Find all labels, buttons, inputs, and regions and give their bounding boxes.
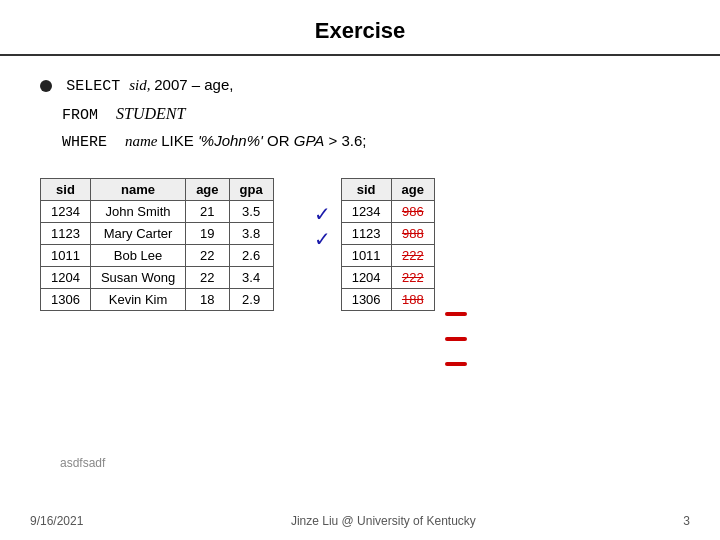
footer-page: 3 bbox=[683, 514, 690, 528]
col-name: name bbox=[90, 178, 185, 200]
checkmarks: ✓ ✓ bbox=[314, 202, 331, 327]
watermark: asdfsadf bbox=[60, 456, 105, 470]
src-sid: 1306 bbox=[41, 288, 91, 310]
check-row-3 bbox=[314, 252, 331, 277]
table-row: 1234 John Smith 21 3.5 bbox=[41, 200, 274, 222]
src-name: John Smith bbox=[90, 200, 185, 222]
table-row: 1234 986 bbox=[341, 200, 434, 222]
src-gpa: 2.9 bbox=[229, 288, 273, 310]
table-row: 1204 Susan Wong 22 3.4 bbox=[41, 266, 274, 288]
src-age: 22 bbox=[186, 244, 229, 266]
col-gpa: gpa bbox=[229, 178, 273, 200]
col-age: age bbox=[186, 178, 229, 200]
check-row-2: ✓ bbox=[314, 227, 331, 252]
table-row: 1123 Mary Carter 19 3.8 bbox=[41, 222, 274, 244]
result-section: ✓ ✓ sid age 1234 bbox=[314, 178, 467, 377]
src-age: 22 bbox=[186, 266, 229, 288]
res-col-sid: sid bbox=[341, 178, 391, 200]
col-sid: sid bbox=[41, 178, 91, 200]
dash-marks bbox=[445, 252, 467, 377]
table-row: 1123 988 bbox=[341, 222, 434, 244]
src-age: 21 bbox=[186, 200, 229, 222]
sql-where-like: LIKE '%John%' OR GPA > 3.6; bbox=[161, 132, 366, 149]
check-row-4 bbox=[314, 277, 331, 302]
res-sid: 1204 bbox=[341, 266, 391, 288]
result-table-wrap: sid age 1234 986 1123 bbox=[341, 178, 435, 311]
src-sid: 1234 bbox=[41, 200, 91, 222]
check-row-1: ✓ bbox=[314, 202, 331, 227]
src-gpa: 3.5 bbox=[229, 200, 273, 222]
sql-where-name: name bbox=[125, 133, 161, 149]
sql-line1-keyword: SELECT bbox=[66, 78, 129, 95]
footer-date: 9/16/2021 bbox=[30, 514, 83, 528]
tables-section: sid name age gpa 1234 John Smith 21 3.5 … bbox=[40, 178, 680, 377]
src-sid: 1123 bbox=[41, 222, 91, 244]
src-gpa: 3.8 bbox=[229, 222, 273, 244]
table-row: 1306 188 bbox=[341, 288, 434, 310]
dash-row-3 bbox=[445, 302, 467, 327]
sql-from-table: STUDENT bbox=[116, 105, 185, 122]
dash-row-4 bbox=[445, 327, 467, 352]
footer: 9/16/2021 Jinze Liu @ University of Kent… bbox=[0, 514, 720, 528]
page-title: Exercise bbox=[0, 0, 720, 56]
src-name: Mary Carter bbox=[90, 222, 185, 244]
src-gpa: 2.6 bbox=[229, 244, 273, 266]
res-age: 988 bbox=[391, 222, 434, 244]
res-sid: 1011 bbox=[341, 244, 391, 266]
sql-line3-keyword: WHERE bbox=[62, 134, 125, 151]
res-age: 986 bbox=[391, 200, 434, 222]
res-sid: 1234 bbox=[341, 200, 391, 222]
res-age: 222 bbox=[391, 244, 434, 266]
src-gpa: 3.4 bbox=[229, 266, 273, 288]
check-row-5 bbox=[314, 302, 331, 327]
sql-line2: FROM bbox=[62, 107, 116, 124]
src-name: Kevin Kim bbox=[90, 288, 185, 310]
res-age: 222 bbox=[391, 266, 434, 288]
src-name: Susan Wong bbox=[90, 266, 185, 288]
result-table: sid age 1234 986 1123 bbox=[341, 178, 435, 311]
res-col-age: age bbox=[391, 178, 434, 200]
res-age: 188 bbox=[391, 288, 434, 310]
dash-row-5 bbox=[445, 352, 467, 377]
source-table: sid name age gpa 1234 John Smith 21 3.5 … bbox=[40, 178, 274, 311]
table-row: 1204 222 bbox=[341, 266, 434, 288]
src-name: Bob Lee bbox=[90, 244, 185, 266]
src-age: 18 bbox=[186, 288, 229, 310]
table-row: 1306 Kevin Kim 18 2.9 bbox=[41, 288, 274, 310]
src-age: 19 bbox=[186, 222, 229, 244]
src-sid: 1011 bbox=[41, 244, 91, 266]
src-sid: 1204 bbox=[41, 266, 91, 288]
footer-center: Jinze Liu @ University of Kentucky bbox=[291, 514, 476, 528]
bullet-point bbox=[40, 80, 52, 92]
sql-block: SELECT sid, 2007 – age, FROM STUDENT WHE… bbox=[40, 72, 680, 156]
sql-line1-rest: 2007 – age, bbox=[154, 76, 233, 93]
table-row: 1011 222 bbox=[341, 244, 434, 266]
sql-line1-italic: sid, bbox=[129, 77, 154, 93]
source-table-wrap: sid name age gpa 1234 John Smith 21 3.5 … bbox=[40, 178, 274, 311]
res-sid: 1123 bbox=[341, 222, 391, 244]
res-sid: 1306 bbox=[341, 288, 391, 310]
table-row: 1011 Bob Lee 22 2.6 bbox=[41, 244, 274, 266]
